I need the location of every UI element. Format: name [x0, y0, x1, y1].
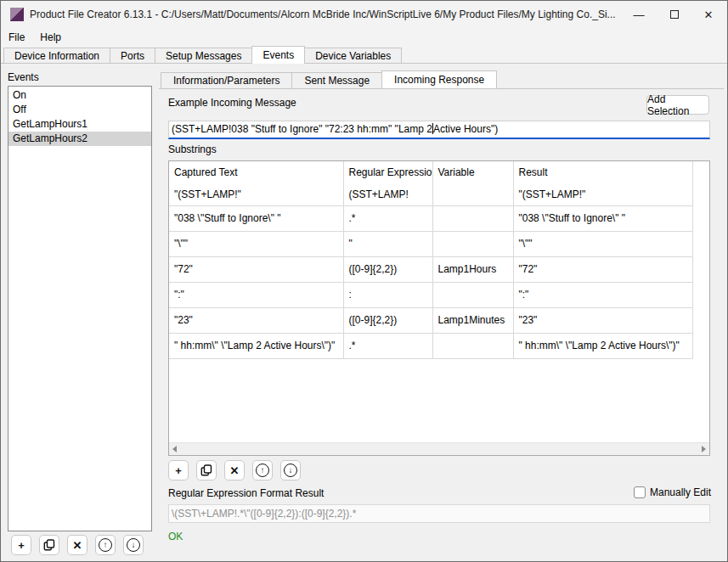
cell-regular-expression[interactable]: ": [343, 231, 432, 256]
tab-ports[interactable]: Ports: [110, 48, 155, 64]
event-item-getlamphours2[interactable]: GetLampHours2: [8, 132, 151, 146]
table-header-row: Captured Text Regular Expression Variabl…: [169, 161, 692, 183]
substrings-toolbar: + ✕ ↑ ↓: [168, 460, 301, 481]
menu-help[interactable]: Help: [32, 28, 69, 46]
menu-file[interactable]: File: [1, 28, 32, 46]
delete-event-button[interactable]: ✕: [67, 535, 87, 555]
tab-information-parameters[interactable]: Information/Parameters: [161, 72, 292, 88]
window-title: Product File Creator 6.13.1 - C:/Users/M…: [30, 8, 616, 20]
delete-icon: ✕: [230, 464, 240, 477]
plus-icon: +: [175, 464, 182, 477]
add-selection-button[interactable]: Add Selection: [646, 95, 709, 115]
close-icon: ✕: [704, 8, 714, 21]
scroll-right-icon[interactable]: [702, 446, 706, 452]
manually-edit-checkbox[interactable]: Manually Edit: [634, 486, 711, 498]
cell-variable[interactable]: [432, 183, 513, 205]
cell-variable[interactable]: [432, 231, 513, 256]
add-selection-label: Add Selection: [647, 93, 708, 117]
cell-result[interactable]: "(SST+LAMP!": [513, 183, 692, 205]
tab-setup-messages[interactable]: Setup Messages: [155, 48, 252, 64]
cell-variable[interactable]: [432, 205, 513, 231]
maximize-button[interactable]: [657, 1, 691, 28]
cell-captured-text[interactable]: "\"": [169, 231, 343, 256]
app-logo-icon: [10, 8, 24, 21]
message-text-before-caret: (SST+LAMP!038 "Stuff to Ignore" "72:23 h…: [172, 123, 432, 135]
table-row: "72" ([0-9]{2,2}) Lamp1Hours "72": [169, 256, 692, 282]
scroll-left-icon[interactable]: [172, 446, 177, 452]
cell-regular-expression[interactable]: ([0-9]{2,2}): [343, 307, 432, 333]
horizontal-scrollbar[interactable]: [169, 442, 709, 455]
tab-device-variables[interactable]: Device Variables: [304, 48, 402, 64]
cell-captured-text[interactable]: "23": [169, 307, 343, 333]
example-incoming-message-label: Example Incoming Message: [168, 97, 296, 109]
cell-result[interactable]: "23": [513, 307, 692, 333]
manually-edit-label: Manually Edit: [650, 486, 711, 498]
app-window: Product File Creator 6.13.1 - C:/Users/M…: [0, 0, 728, 562]
delete-substring-button[interactable]: ✕: [224, 460, 245, 481]
cell-variable[interactable]: Lamp1Minutes: [432, 307, 513, 333]
substrings-table-frame: Captured Text Regular Expression Variabl…: [168, 160, 710, 456]
tab-events[interactable]: Events: [251, 46, 305, 64]
regex-format-result-field[interactable]: \(SST\+LAMP!.*\"([0-9]{2,2}):([0-9]{2,2}…: [168, 504, 710, 523]
close-button[interactable]: ✕: [691, 1, 725, 28]
duplicate-event-button[interactable]: [39, 535, 59, 555]
substrings-table: Captured Text Regular Expression Variabl…: [169, 161, 693, 359]
events-listbox: On Off GetLampHours1 GetLampHours2: [8, 86, 152, 531]
cell-regular-expression[interactable]: ([0-9]{2,2}): [343, 256, 432, 282]
cell-regular-expression[interactable]: .*: [343, 333, 432, 358]
delete-icon: ✕: [73, 539, 82, 552]
event-item-off[interactable]: Off: [8, 103, 151, 117]
cell-captured-text[interactable]: "(SST+LAMP!": [169, 183, 343, 205]
regex-format-result-label: Regular Expression Format Result: [168, 487, 324, 499]
minimize-button[interactable]: —: [622, 1, 656, 28]
cell-result[interactable]: "\"": [513, 231, 692, 256]
add-substring-button[interactable]: +: [168, 460, 189, 481]
cell-regular-expression[interactable]: (SST+LAMP!: [343, 183, 432, 205]
event-item-getlamphours1[interactable]: GetLampHours1: [8, 117, 151, 132]
events-list-label: Events: [8, 71, 39, 83]
cell-captured-text[interactable]: " hh:mm\" \"Lamp 2 Active Hours\")": [169, 333, 343, 358]
cell-regular-expression[interactable]: :: [343, 282, 432, 307]
plus-icon: +: [18, 539, 25, 552]
cell-result[interactable]: "038 \"Stuff to Ignore\" ": [513, 205, 692, 231]
example-incoming-message-input[interactable]: (SST+LAMP!038 "Stuff to Ignore" "72:23 h…: [168, 121, 710, 139]
minimize-icon: —: [634, 8, 645, 21]
col-header-regular-expression: Regular Expression: [343, 161, 432, 183]
cell-result[interactable]: "72": [513, 256, 692, 282]
cell-captured-text[interactable]: ":": [169, 282, 343, 307]
cell-variable[interactable]: Lamp1Hours: [432, 256, 513, 282]
cell-variable[interactable]: [432, 333, 513, 358]
tab-incoming-response[interactable]: Incoming Response: [381, 70, 497, 88]
tab-device-information[interactable]: Device Information: [3, 48, 110, 64]
cell-regular-expression[interactable]: .*: [343, 205, 432, 231]
add-event-button[interactable]: +: [11, 535, 31, 555]
tab-sent-message[interactable]: Sent Message: [291, 72, 382, 88]
table-row: ":" : ":": [169, 282, 692, 307]
status-text: OK: [168, 531, 183, 542]
menu-bar: File Help: [1, 28, 727, 46]
cell-result[interactable]: " hh:mm\" \"Lamp 2 Active Hours\")": [513, 333, 692, 358]
move-event-up-button[interactable]: ↑: [95, 535, 116, 555]
up-arrow-icon: ↑: [99, 538, 112, 552]
duplicate-substring-button[interactable]: [196, 460, 217, 481]
cell-variable[interactable]: [432, 282, 513, 307]
checkbox-icon[interactable]: [634, 486, 646, 498]
move-substring-down-button[interactable]: ↓: [280, 460, 301, 481]
cell-captured-text[interactable]: "72": [169, 256, 343, 282]
events-toolbar: + ✕ ↑ ↓: [11, 535, 144, 555]
col-header-result: Result: [513, 161, 692, 183]
col-header-captured-text: Captured Text: [169, 161, 343, 183]
cell-captured-text[interactable]: "038 \"Stuff to Ignore\" ": [169, 205, 343, 231]
event-detail-tab-strip: Information/Parameters Sent Message Inco…: [161, 70, 496, 88]
cell-result[interactable]: ":": [513, 282, 692, 307]
move-event-down-button[interactable]: ↓: [123, 535, 144, 555]
event-item-on[interactable]: On: [8, 88, 151, 103]
copy-icon: [43, 539, 55, 551]
table-row: "(SST+LAMP!" (SST+LAMP! "(SST+LAMP!": [169, 183, 692, 205]
down-arrow-icon: ↓: [284, 464, 297, 477]
maximize-icon: [670, 10, 679, 19]
up-arrow-icon: ↑: [256, 464, 269, 477]
tab-strip-divider: [1, 63, 727, 64]
down-arrow-icon: ↓: [127, 538, 140, 552]
move-substring-up-button[interactable]: ↑: [252, 460, 273, 481]
